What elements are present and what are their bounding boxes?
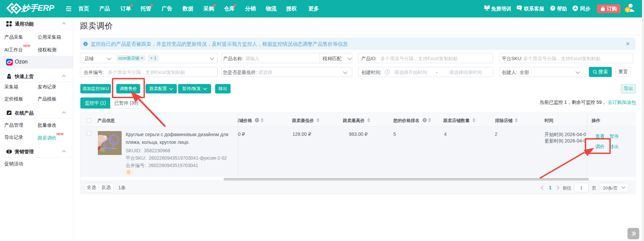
svg-text:?: ? (424, 119, 426, 122)
svg-text:?: ? (256, 119, 258, 122)
svg-text:V: V (626, 8, 629, 12)
svg-text:?: ? (552, 6, 554, 10)
